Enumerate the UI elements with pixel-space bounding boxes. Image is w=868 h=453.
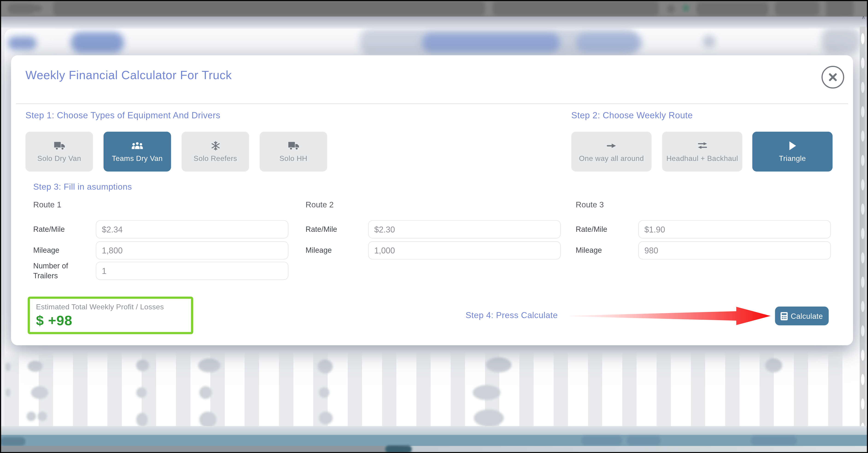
blurred-tabs	[0, 0, 868, 17]
equipment-option-label: Solo Dry Van	[37, 155, 81, 163]
blurred-teal-blob	[385, 445, 412, 453]
blurred-dot	[28, 361, 42, 372]
blurred-dot	[318, 360, 333, 374]
blurred-dot	[473, 385, 500, 400]
route-option-label: One way all around	[579, 155, 644, 163]
field-label: Number of Trailers	[33, 261, 96, 280]
blurred-dot	[319, 412, 333, 424]
route-name: Route 1	[33, 200, 61, 209]
blurred-footer-band-gray	[0, 446, 868, 453]
blurred-dot	[37, 412, 47, 421]
blurred-dot	[199, 412, 216, 428]
calculator-icon	[781, 312, 788, 320]
equipment-option-teams-dry-van[interactable]: Teams Dry Van	[103, 132, 171, 171]
blurred-dot	[31, 386, 49, 399]
close-icon	[828, 72, 838, 82]
blurred-blob	[422, 33, 560, 52]
route-2-rate-mile-input[interactable]	[368, 220, 561, 238]
modal-title: Weekly Financial Calculator For Truck	[26, 69, 232, 83]
route-name: Route 3	[576, 200, 604, 209]
equipment-option-label: Solo Reefers	[194, 155, 237, 163]
blurred-dot	[199, 386, 212, 399]
equipment-option-solo-dry-van[interactable]: Solo Dry Van	[26, 132, 93, 171]
scroll-up-caret: ∧	[862, 14, 865, 20]
calculate-button-label: Calculate	[791, 312, 823, 320]
route-option-label: Triangle	[779, 155, 806, 163]
swap-arrows-icon	[697, 141, 707, 151]
route-option-label: Headhaul + Backhaul	[666, 155, 738, 163]
route-1-column: Route 1 Rate/Mile Mileage Number of Trai…	[33, 200, 289, 283]
blurred-blob	[71, 32, 124, 53]
truck-icon	[54, 141, 65, 151]
route-2-mileage-input[interactable]	[368, 241, 561, 259]
field-label: Mileage	[306, 246, 368, 255]
blurred-dot	[136, 360, 149, 371]
browser-tab-bar	[0, 0, 868, 17]
weekly-financial-calculator-modal: Weekly Financial Calculator For Truck St…	[11, 55, 853, 345]
estimated-profit-label: Estimated Total Weekly Profit / Losses	[36, 303, 185, 311]
blurred-blob	[576, 33, 642, 52]
browser-subbar	[0, 17, 868, 28]
field-label: Rate/Mile	[576, 224, 639, 234]
blurred-dot	[486, 357, 512, 373]
blurred-dot	[136, 387, 147, 398]
field-row: Rate/Mile	[306, 220, 562, 238]
red-arrow-annotation	[569, 305, 772, 327]
field-row: Rate/Mile	[33, 220, 289, 238]
step2-heading: Step 2: Choose Weekly Route	[571, 111, 693, 121]
route-option-triangle[interactable]: Triangle	[752, 132, 833, 171]
field-row: Mileage	[306, 241, 562, 259]
blurred-table-columns	[4, 352, 860, 429]
screen: ∧ Weekly Financial Calculator For Truck …	[0, 0, 868, 453]
estimated-profit-box: Estimated Total Weekly Profit / Losses $…	[28, 296, 193, 334]
blurred-dot	[319, 387, 330, 398]
arrow-right-icon	[607, 141, 616, 151]
route-option-one-way-all-around[interactable]: One way all around	[571, 132, 652, 171]
equipment-option-label: Solo HH	[279, 155, 307, 163]
route-3-column: Route 3 Rate/Mile Mileage	[576, 200, 832, 283]
blurred-dot	[765, 359, 782, 373]
blurred-blob	[8, 37, 37, 50]
header-divider	[16, 103, 848, 104]
field-label: Rate/Mile	[306, 224, 368, 234]
estimated-profit-value: $ +98	[36, 313, 185, 329]
blurred-dot	[27, 412, 36, 421]
blurred-footer-band-light	[0, 426, 868, 436]
close-button[interactable]	[822, 66, 844, 89]
route-3-rate-mile-input[interactable]	[638, 220, 831, 238]
route-1-trailers-input[interactable]	[96, 262, 288, 280]
route-1-mileage-input[interactable]	[96, 241, 288, 259]
snowflake-icon	[211, 141, 220, 151]
users-icon	[131, 141, 144, 151]
step4-heading: Step 4: Press Calculate	[466, 310, 558, 320]
field-label: Mileage	[33, 246, 96, 255]
equipment-option-solo-hh[interactable]: Solo HH	[259, 132, 327, 171]
field-label: Mileage	[576, 246, 639, 255]
route-1-rate-mile-input[interactable]	[96, 220, 288, 238]
blurred-dot	[198, 359, 220, 373]
field-row: Number of Trailers	[33, 262, 289, 280]
blurred-dot	[5, 388, 10, 397]
route-name: Route 2	[306, 200, 334, 209]
field-row: Mileage	[576, 241, 832, 259]
blurred-blob	[703, 35, 715, 47]
truck-icon	[288, 141, 299, 151]
field-label: Rate/Mile	[33, 224, 96, 234]
calculate-button[interactable]: Calculate	[775, 306, 829, 325]
page-scrollbar[interactable]	[860, 27, 866, 426]
route-option-headhaul-backhaul[interactable]: Headhaul + Backhaul	[662, 132, 743, 171]
equipment-option-solo-reefers[interactable]: Solo Reefers	[182, 132, 249, 171]
blurred-blob	[822, 28, 860, 54]
step1-heading: Step 1: Choose Types of Equipment And Dr…	[26, 111, 220, 121]
route-3-mileage-input[interactable]	[638, 241, 831, 259]
step3-heading: Step 3: Fill in asumptions	[33, 182, 132, 192]
blurred-dot	[474, 410, 504, 427]
field-row: Mileage	[33, 241, 289, 259]
play-icon	[788, 141, 796, 151]
route-2-column: Route 2 Rate/Mile Mileage	[306, 200, 562, 283]
blurred-dot	[5, 363, 10, 371]
equipment-option-label: Teams Dry Van	[112, 155, 163, 163]
field-row: Rate/Mile	[576, 220, 832, 238]
blurred-footer-band-blue	[0, 435, 868, 446]
blurred-dot	[136, 413, 148, 426]
